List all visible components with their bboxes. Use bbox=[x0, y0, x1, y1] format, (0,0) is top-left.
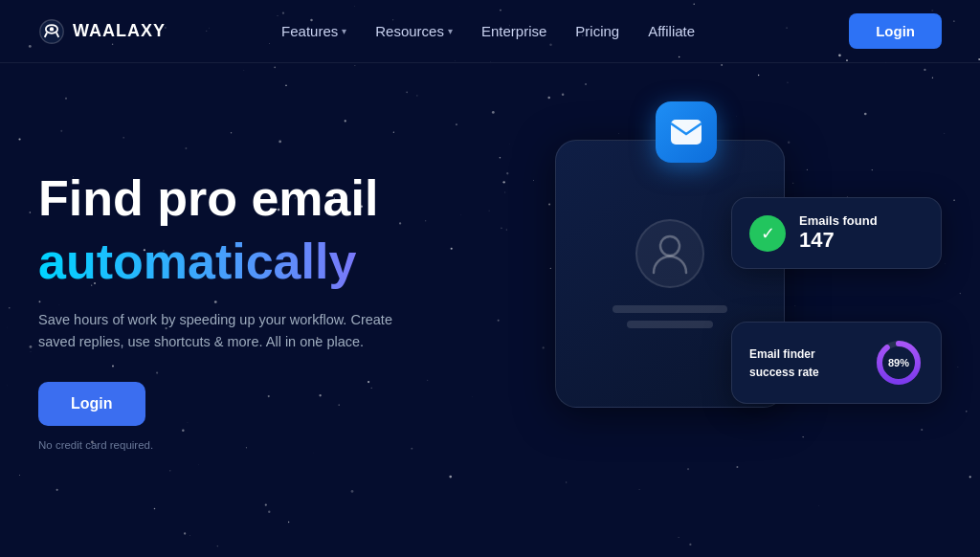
nav-link-enterprise[interactable]: Enterprise bbox=[481, 23, 546, 39]
hero-title-line1: Find pro email bbox=[38, 171, 479, 226]
user-icon bbox=[651, 233, 689, 275]
hero-text: Find pro email automatically Save hours … bbox=[38, 171, 479, 453]
envelope-icon bbox=[670, 119, 702, 145]
nav-link-features[interactable]: Features ▾ bbox=[281, 23, 346, 39]
profile-line-2 bbox=[627, 321, 713, 328]
profile-line-1 bbox=[612, 305, 727, 313]
nav-item-resources[interactable]: Resources ▾ bbox=[375, 23, 453, 39]
profile-lines bbox=[612, 305, 727, 328]
nav-item-pricing[interactable]: Pricing bbox=[575, 23, 619, 39]
email-float-icon bbox=[656, 101, 717, 163]
nav-item-enterprise[interactable]: Enterprise bbox=[481, 23, 546, 39]
success-rate-label: Email finder success rate bbox=[749, 347, 819, 379]
hero-visual: ✓ Emails found 147 Email finder success … bbox=[498, 111, 942, 513]
hero-title-line2: automatically bbox=[38, 232, 479, 291]
brand-name: WAALAXY bbox=[73, 21, 166, 41]
hero-subtitle: Save hours of work by speeding up your w… bbox=[38, 309, 412, 353]
nav-link-affiliate[interactable]: Affiliate bbox=[648, 23, 695, 39]
check-icon: ✓ bbox=[749, 215, 786, 252]
svg-point-6 bbox=[660, 236, 679, 256]
chevron-icon: ▾ bbox=[342, 26, 346, 36]
emails-found-card: ✓ Emails found 147 bbox=[731, 197, 942, 269]
logo[interactable]: WAALAXY bbox=[38, 18, 166, 45]
hero-section: Find pro email automatically Save hours … bbox=[0, 63, 980, 542]
emails-found-label: Emails found bbox=[799, 213, 878, 228]
emails-found-text: Emails found 147 bbox=[799, 213, 878, 253]
logo-icon bbox=[38, 18, 65, 45]
nav-item-affiliate[interactable]: Affiliate bbox=[648, 23, 695, 39]
nav-login-button[interactable]: Login bbox=[849, 13, 942, 49]
navbar: WAALAXY Features ▾ Resources ▾ Enterpris… bbox=[0, 0, 980, 63]
svg-point-2 bbox=[50, 27, 54, 31]
svg-point-0 bbox=[40, 19, 64, 43]
chevron-icon: ▾ bbox=[448, 26, 453, 36]
avatar bbox=[635, 219, 704, 288]
donut-chart: 89% bbox=[874, 338, 924, 388]
no-credit-label: No credit card required. bbox=[38, 439, 153, 451]
nav-links: Features ▾ Resources ▾ Enterprise Pricin… bbox=[281, 23, 695, 39]
donut-label: 89% bbox=[874, 338, 924, 388]
nav-link-pricing[interactable]: Pricing bbox=[575, 23, 619, 39]
hero-login-button[interactable]: Login bbox=[38, 382, 145, 426]
success-rate-text: Email finder success rate bbox=[749, 345, 860, 380]
nav-item-features[interactable]: Features ▾ bbox=[281, 23, 346, 39]
emails-found-count: 147 bbox=[799, 228, 878, 253]
success-rate-card: Email finder success rate 89% bbox=[731, 322, 942, 404]
nav-link-resources[interactable]: Resources ▾ bbox=[375, 23, 453, 39]
svg-rect-5 bbox=[671, 120, 702, 145]
